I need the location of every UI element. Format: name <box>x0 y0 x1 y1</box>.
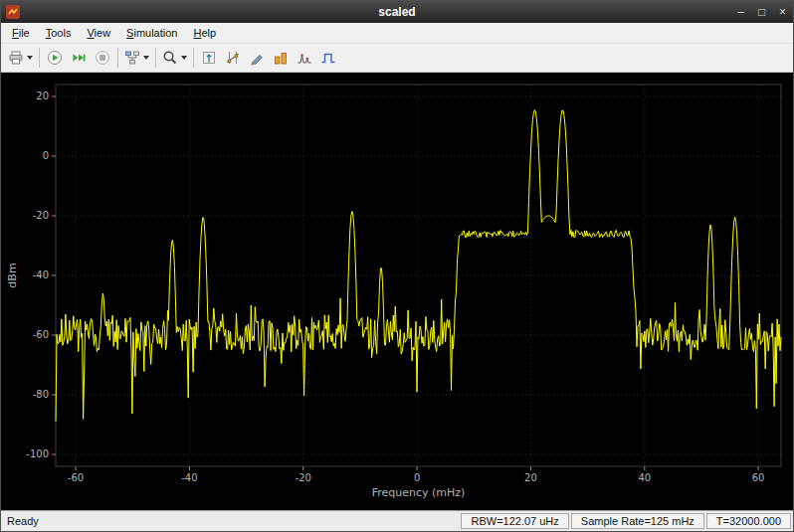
y-tick-label: -40 <box>33 269 49 280</box>
x-tick-label: 40 <box>638 472 651 483</box>
stop-icon <box>95 50 110 66</box>
axes-scaling-button[interactable] <box>197 46 221 70</box>
x-axis-label: Frequency (mHz) <box>372 486 466 499</box>
x-tick-label: 20 <box>524 472 537 483</box>
toolbar-separator <box>155 48 156 68</box>
peak-finder-button[interactable] <box>245 46 269 70</box>
cursor-measurements-button[interactable] <box>221 46 245 70</box>
dropdown-arrow-icon <box>27 56 33 60</box>
dropdown-arrow-icon <box>143 56 149 60</box>
menu-file[interactable]: File <box>4 24 38 42</box>
menubar: File Tools View Simulation Help <box>1 23 793 43</box>
window-title: scaled <box>1 5 793 19</box>
toolbar-separator <box>193 48 194 68</box>
app-icon <box>6 5 20 19</box>
cursors-icon <box>225 50 241 66</box>
y-tick-label: -80 <box>33 389 49 400</box>
zoom-button[interactable] <box>159 46 190 70</box>
stop-button[interactable] <box>91 46 114 70</box>
magnifier-icon <box>162 50 178 66</box>
x-tick-label: -20 <box>296 472 311 483</box>
y-tick-label: 20 <box>36 90 49 101</box>
x-tick-label: -40 <box>181 472 197 483</box>
window-controls: – □ × <box>730 2 793 22</box>
print-button[interactable] <box>5 46 36 70</box>
y-tick-label: -100 <box>26 448 49 459</box>
status-rbw: RBW=122.07 uHz <box>461 513 568 529</box>
printer-icon <box>8 50 24 66</box>
y-tick-label: -20 <box>33 210 49 221</box>
distortion-measurements-button[interactable] <box>293 46 316 70</box>
scale-axes-icon <box>201 50 217 66</box>
menu-help[interactable]: Help <box>185 24 224 42</box>
y-axis-label: dBm <box>6 263 19 287</box>
toolbar-separator <box>117 48 118 68</box>
scope-app-icon <box>6 5 20 19</box>
step-forward-icon <box>71 50 87 66</box>
plot-canvas[interactable]: -60-40-200204060200-20-40-60-80-100Frequ… <box>1 73 793 510</box>
run-button[interactable] <box>43 46 67 70</box>
menu-view[interactable]: View <box>79 24 118 42</box>
status-ready: Ready <box>1 515 461 527</box>
toolbar <box>1 43 793 73</box>
peaks-plot-icon <box>297 50 312 66</box>
orange-bars-icon <box>273 50 289 66</box>
channel-measurements-button[interactable] <box>269 46 293 70</box>
model-blocks-icon <box>124 50 140 66</box>
play-icon <box>47 50 63 66</box>
menu-tools[interactable]: Tools <box>38 24 80 42</box>
x-tick-label: -60 <box>68 472 84 483</box>
y-tick-label: -60 <box>33 329 49 340</box>
close-button[interactable]: × <box>772 2 793 22</box>
spectral-mask-button[interactable] <box>316 46 340 70</box>
pencil-icon <box>249 50 265 66</box>
x-tick-label: 0 <box>414 472 420 483</box>
mask-curve-icon <box>320 50 336 66</box>
status-time: T=32000.000 <box>706 513 791 529</box>
status-sample-rate: Sample Rate=125 mHz <box>571 513 704 529</box>
maximize-button[interactable]: □ <box>751 2 772 22</box>
plot-area[interactable]: -60-40-200204060200-20-40-60-80-100Frequ… <box>1 73 793 510</box>
minimize-button[interactable]: – <box>730 2 751 22</box>
spectrum-analyzer-window: scaled – □ × File Tools View Simulation … <box>0 0 794 532</box>
step-forward-button[interactable] <box>67 46 91 70</box>
x-tick-label: 60 <box>752 472 765 483</box>
titlebar[interactable]: scaled – □ × <box>1 1 793 23</box>
menu-simulation[interactable]: Simulation <box>118 24 185 42</box>
simulation-settings-button[interactable] <box>121 46 152 70</box>
statusbar: Ready RBW=122.07 uHz Sample Rate=125 mHz… <box>1 510 793 531</box>
y-tick-label: 0 <box>43 150 49 161</box>
toolbar-separator <box>39 48 40 68</box>
dropdown-arrow-icon <box>181 56 187 60</box>
